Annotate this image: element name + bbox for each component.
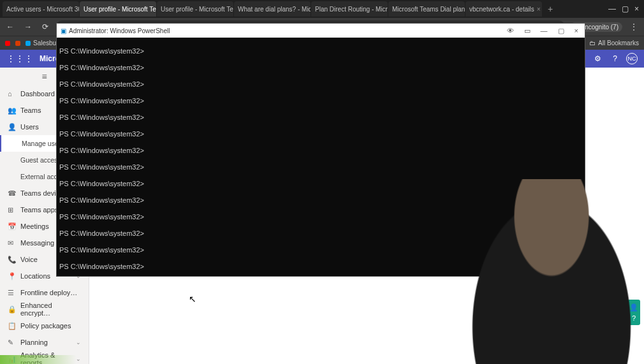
powershell-output[interactable]: PS C:\Windows\system32> PS C:\Windows\sy… [57,38,585,276]
bookmark-youtube[interactable] [5,41,10,46]
ps-prompt: PS C:\Windows\system32> [59,113,144,121]
tab-label: vbcnetwork.ca - details [469,6,534,13]
decor-corner [0,355,77,364]
planning-icon: ✎ [8,339,15,347]
sidebar-label: Messaging [20,239,54,247]
ps-prompt: PS C:\Windows\system32> [59,64,144,71]
ps-prompt: PS C:\Windows\system32> [59,180,144,187]
folder-icon: 🗀 [589,40,596,47]
sidebar-item-planning[interactable]: ✎Planning⌄ [0,334,89,351]
lock-icon: 🔒 [8,305,15,314]
forward-button[interactable]: → [22,22,34,31]
ps-prompt: PS C:\Windows\system32> [59,196,144,204]
sidebar-label: Dashboard [20,90,55,98]
bookmark-label: All Bookmarks [598,40,639,47]
all-bookmarks-button[interactable]: 🗀All Bookmarks [589,40,639,47]
ps-prompt: PS C:\Windows\system32> [59,213,144,221]
youtube-icon [5,41,10,46]
settings-icon[interactable]: ⚙ [592,54,604,63]
browser-tab[interactable]: vbcnetwork.ca - details× [465,1,542,17]
browser-tab[interactable]: Active users - Microsoft 365 ad× [3,1,79,17]
phone-icon: 📞 [8,256,15,264]
help-float-button[interactable]: 👤 ? [627,300,640,325]
incognito-text: Incognito (7) [583,24,618,31]
avatar[interactable]: NC [626,53,638,64]
readonly-icon[interactable]: 👁 [504,27,516,35]
tab-label: Plan Direct Routing - Microsof [315,6,388,13]
ps-prompt: PS C:\Windows\system32> [59,147,144,154]
sidebar-item-policy[interactable]: 📋Policy packages [0,317,89,334]
browser-tab[interactable]: User profile - Microsoft Teams× [80,1,156,17]
new-tab-button[interactable]: + [543,4,558,14]
window-title: Administrator: Windows PowerShell [69,27,170,34]
browser-tab[interactable]: What are dial plans? - Microso× [234,1,311,17]
sidebar-label: Policy packages [20,322,71,330]
sidebar-label: Frontline deploy… [20,289,77,296]
ps-prompt: PS C:\Windows\system32> [59,80,144,88]
help-icon[interactable]: ? [610,54,620,63]
sidebar-label: Enhanced encrypt… [20,302,81,317]
ps-icon: ▣ [61,27,66,34]
menu-button[interactable]: ⋮ [627,22,640,31]
sidebar-label: Teams [20,106,41,114]
teams-icon: 👥 [8,106,15,115]
sidebar-label: Users [20,123,39,131]
minimize-button[interactable]: — [606,4,618,13]
ps-prompt: PS C:\Windows\system32> [59,97,144,105]
sidebar-label: Planning [20,339,48,346]
tab-label: User profile - Microsoft Teams [161,6,233,13]
help-icon: ? [632,314,636,322]
chat-icon: ✉ [8,239,15,247]
app-icon [26,41,31,46]
maximize-button[interactable]: ▢ [619,4,631,13]
waffle-icon[interactable]: ⋮⋮⋮ [6,54,33,64]
close-button[interactable]: × [632,4,641,13]
office-icon [15,41,20,46]
chevron-down-icon: ⌄ [76,339,81,346]
policy-icon: 📋 [8,322,15,330]
ps-prompt: PS C:\Windows\system32> [59,130,144,138]
tab-label: Active users - Microsoft 365 ad [6,6,79,13]
ps-prompt: PS C:\Windows\system32> [59,246,144,254]
sidebar-label: Locations [20,272,50,280]
bookmark-365[interactable] [15,41,20,46]
tab-label: What are dial plans? - Microso [238,6,311,13]
ps-prompt: PS C:\Windows\system32> [59,263,144,270]
device-icon: ☎ [8,189,15,198]
frontline-icon: ☰ [8,289,15,297]
back-button[interactable]: ← [4,22,17,31]
sidebar-label: Teams apps [20,206,58,214]
tab-label: User profile - Microsoft Teams [84,6,156,13]
browser-tab-strip: Active users - Microsoft 365 ad× User pr… [0,0,644,18]
tab-label: Microsoft Teams Dial plans and [392,6,465,13]
sidebar-label: Meetings [20,222,49,230]
sidebar-label: Guest access [20,156,61,164]
ps-prompt: PS C:\Windows\system32> [59,47,144,55]
pin-icon: 📍 [8,272,15,280]
reload-button[interactable]: ⟳ [40,22,51,31]
user-icon: 👤 [8,123,15,131]
browser-tab[interactable]: Plan Direct Routing - Microsof× [311,1,388,17]
sidebar-item-encryption[interactable]: 🔒Enhanced encrypt… [0,301,89,317]
close-icon[interactable]: × [537,6,541,13]
browser-tab[interactable]: Microsoft Teams Dial plans and× [388,1,465,17]
powershell-titlebar[interactable]: ▣ Administrator: Windows PowerShell 👁 ▭ … [57,24,585,38]
calendar-icon: 📅 [8,222,15,231]
close-button[interactable]: × [572,27,581,35]
browser-tab[interactable]: User profile - Microsoft Teams× [157,1,233,17]
home-icon: ⌂ [8,90,15,98]
people-icon: 👤 [629,303,638,312]
maximize-button[interactable]: ▢ [555,27,567,35]
ps-prompt: PS C:\Windows\system32> [59,229,144,237]
ps-prompt: PS C:\Windows\system32> [59,163,144,171]
chevron-down-icon: ⌄ [76,356,81,362]
powershell-window: ▣ Administrator: Windows PowerShell 👁 ▭ … [56,23,585,277]
minimize-button[interactable]: — [538,27,550,35]
sidebar-label: Voice [20,256,38,263]
apps-icon: ⊞ [8,206,15,214]
sidebar-item-frontline[interactable]: ☰Frontline deploy… [0,284,89,301]
settings-icon[interactable]: ▭ [522,27,533,35]
